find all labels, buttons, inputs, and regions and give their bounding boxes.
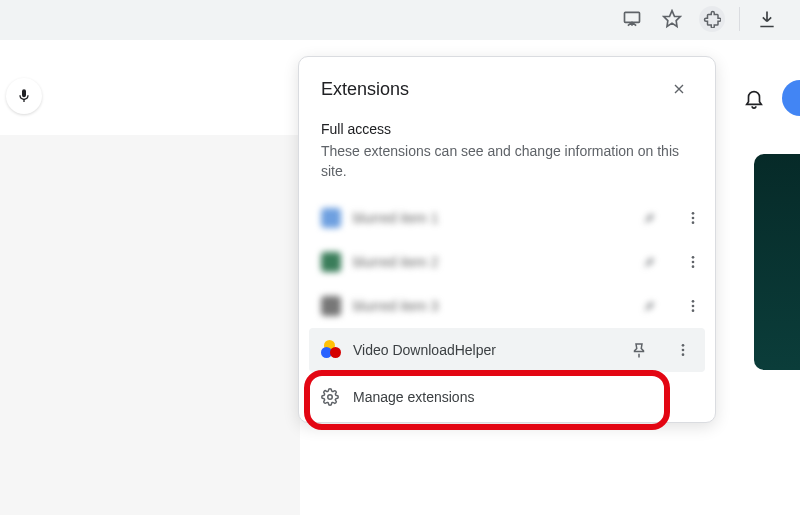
- notifications-bell-icon[interactable]: [740, 84, 768, 112]
- pin-button[interactable]: [633, 246, 665, 278]
- extension-name: blurred item 1: [353, 210, 621, 226]
- more-vertical-icon: [685, 210, 701, 226]
- svg-rect-0: [625, 12, 640, 22]
- svg-marker-1: [664, 11, 681, 27]
- browser-toolbar: [0, 0, 800, 40]
- download-icon[interactable]: [754, 6, 780, 32]
- star-icon[interactable]: [659, 6, 685, 32]
- extension-item-video-downloadhelper[interactable]: Video DownloadHelper: [309, 328, 705, 372]
- pin-button[interactable]: [633, 290, 665, 322]
- svg-point-13: [682, 353, 685, 356]
- close-button[interactable]: [665, 75, 693, 103]
- extension-name: blurred item 3: [353, 298, 621, 314]
- extension-item[interactable]: blurred item 3: [299, 284, 715, 328]
- section-description: These extensions can see and change info…: [299, 139, 715, 196]
- svg-point-6: [692, 260, 695, 263]
- toolbar-icon-group: [619, 6, 780, 32]
- svg-point-3: [692, 216, 695, 219]
- popup-header: Extensions: [299, 75, 715, 113]
- voice-search-button[interactable]: [6, 78, 42, 114]
- manage-extensions-link[interactable]: Manage extensions: [299, 380, 715, 406]
- extension-icon: [321, 252, 341, 272]
- section-title: Full access: [299, 113, 715, 139]
- svg-point-7: [692, 265, 695, 268]
- pin-icon: [630, 341, 648, 359]
- extensions-puzzle-icon[interactable]: [699, 6, 725, 32]
- extension-item[interactable]: blurred item 1: [299, 196, 715, 240]
- svg-point-14: [328, 394, 333, 399]
- extension-item[interactable]: blurred item 2: [299, 240, 715, 284]
- svg-point-2: [692, 212, 695, 215]
- more-options-button[interactable]: [677, 202, 709, 234]
- cast-icon[interactable]: [619, 6, 645, 32]
- svg-point-12: [682, 348, 685, 351]
- svg-point-9: [692, 304, 695, 307]
- more-vertical-icon: [685, 254, 701, 270]
- svg-point-11: [682, 344, 685, 347]
- pin-button[interactable]: [623, 334, 655, 366]
- toolbar-separator: [739, 7, 740, 31]
- extension-name: Video DownloadHelper: [353, 342, 611, 358]
- manage-extensions-label: Manage extensions: [353, 389, 474, 405]
- svg-point-10: [692, 309, 695, 312]
- left-gray-panel: [0, 135, 300, 515]
- more-vertical-icon: [685, 298, 701, 314]
- more-vertical-icon: [675, 342, 691, 358]
- video-thumbnail-strip: [754, 154, 800, 370]
- svg-point-8: [692, 300, 695, 303]
- more-options-button[interactable]: [667, 334, 699, 366]
- mic-icon: [16, 88, 32, 104]
- extension-icon: [321, 208, 341, 228]
- more-options-button[interactable]: [677, 246, 709, 278]
- pin-button[interactable]: [633, 202, 665, 234]
- gear-icon: [321, 388, 339, 406]
- svg-point-5: [692, 256, 695, 259]
- close-icon: [671, 81, 687, 97]
- svg-point-4: [692, 221, 695, 224]
- extension-icon: [321, 296, 341, 316]
- more-options-button[interactable]: [677, 290, 709, 322]
- extension-name: blurred item 2: [353, 254, 621, 270]
- video-downloadhelper-icon: [321, 340, 341, 360]
- popup-title: Extensions: [321, 79, 409, 100]
- extensions-popup: Extensions Full access These extensions …: [298, 56, 716, 423]
